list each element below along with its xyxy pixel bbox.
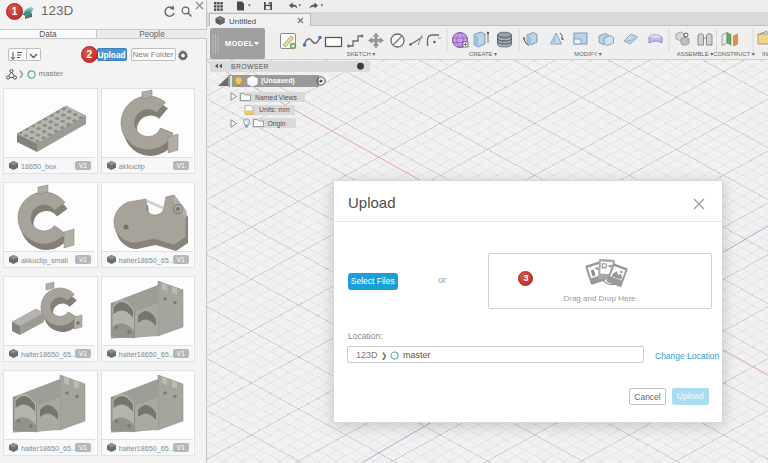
svg-text:SKETCH ▾: SKETCH ▾ (347, 51, 376, 57)
svg-text:MODIFY ▾: MODIFY ▾ (574, 51, 601, 57)
svg-text:CREATE ▾: CREATE ▾ (469, 51, 497, 57)
svg-text:INS: INS (762, 51, 768, 57)
svg-text:CONSTRUCT ▾: CONSTRUCT ▾ (713, 51, 755, 57)
svg-text:ASSEMBLE ▾: ASSEMBLE ▾ (677, 51, 713, 57)
